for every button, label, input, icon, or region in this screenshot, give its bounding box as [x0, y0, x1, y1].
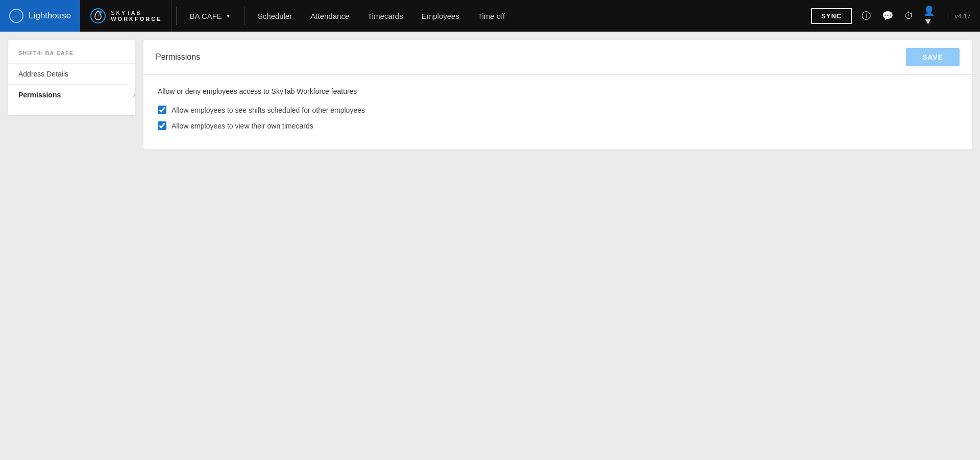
card-header: Permissions SAVE — [143, 40, 972, 75]
nav-item-attendance[interactable]: Attendance — [301, 0, 358, 32]
sidebar-item-permissions[interactable]: Permissions — [8, 84, 129, 105]
permission-label-2[interactable]: Allow employees to view their own timeca… — [172, 122, 313, 130]
nav-label-scheduler: Scheduler — [258, 12, 292, 20]
ba-cafe-menu[interactable]: BA CAFE ▼ — [181, 0, 240, 32]
sidebar-card: SHIFT4: BA CAFE Address Details Permissi… — [8, 40, 135, 115]
version-label: v4.17 — [947, 12, 971, 20]
brand-text: SKYTAB WORKFORCE — [111, 10, 162, 22]
help-icon[interactable]: ⓘ — [859, 9, 873, 23]
sidebar: SHIFT4: BA CAFE Address Details Permissi… — [0, 32, 135, 460]
nav-label-timeoff: Time off — [478, 12, 505, 20]
lighthouse-label: Lighthouse — [29, 11, 71, 21]
chevron-down-icon: ▼ — [226, 13, 231, 19]
permissions-description: Allow or deny employees access to SkyTab… — [158, 87, 958, 95]
nav-item-timeoff[interactable]: Time off — [469, 0, 514, 32]
permission-checkbox-2[interactable] — [158, 121, 166, 130]
topnav: ← Lighthouse SKYTAB WORKFORCE BA CAFE ▼ … — [0, 0, 980, 32]
permission-item-2: Allow employees to view their own timeca… — [158, 121, 958, 130]
sync-button[interactable]: SYNC — [811, 8, 852, 24]
main-nav: Scheduler Attendance Timecards Employees… — [249, 0, 514, 32]
brand-logo: SKYTAB WORKFORCE — [80, 0, 172, 32]
nav-item-employees[interactable]: Employees — [412, 0, 469, 32]
brand-skytab: SKYTAB — [111, 10, 162, 16]
nav-item-scheduler[interactable]: Scheduler — [249, 0, 302, 32]
sidebar-section-title: SHIFT4: BA CAFE — [8, 50, 135, 63]
save-button[interactable]: SAVE — [906, 48, 960, 66]
card-body: Allow or deny employees access to SkyTab… — [143, 75, 972, 149]
alerts-icon[interactable]: ⏱ — [902, 9, 916, 23]
sidebar-row-permissions: Permissions › — [8, 84, 135, 105]
sidebar-item-address-details[interactable]: Address Details — [8, 63, 135, 84]
user-menu-icon[interactable]: 👤 ▼ — [923, 9, 938, 23]
topnav-right: SYNC ⓘ 💬 ⏱ 👤 ▼ v4.17 — [811, 8, 980, 24]
nav-label-attendance: Attendance — [310, 12, 349, 20]
chat-icon[interactable]: 💬 — [880, 9, 895, 23]
nav-label-timecards: Timecards — [368, 12, 403, 20]
sidebar-item-label-address: Address Details — [18, 70, 68, 78]
sidebar-item-label-permissions: Permissions — [18, 91, 61, 99]
brand-icon — [89, 7, 107, 24]
lighthouse-button[interactable]: ← Lighthouse — [0, 0, 80, 32]
permission-label-1[interactable]: Allow employees to see shifts scheduled … — [172, 106, 365, 114]
content-card: Permissions SAVE Allow or deny employees… — [143, 40, 972, 149]
permission-item-1: Allow employees to see shifts scheduled … — [158, 106, 958, 114]
main-content: Permissions SAVE Allow or deny employees… — [135, 32, 980, 460]
nav-divider-2 — [244, 7, 244, 25]
nav-item-timecards[interactable]: Timecards — [358, 0, 412, 32]
card-title: Permissions — [156, 53, 200, 62]
brand-workforce: WORKFORCE — [111, 16, 162, 22]
ba-cafe-label: BA CAFE — [190, 12, 222, 20]
nav-divider-1 — [176, 7, 177, 25]
page-body: SHIFT4: BA CAFE Address Details Permissi… — [0, 0, 980, 460]
permission-checkbox-1[interactable] — [158, 106, 166, 114]
back-arrow-icon: ← — [9, 9, 23, 23]
nav-label-employees: Employees — [422, 12, 459, 20]
